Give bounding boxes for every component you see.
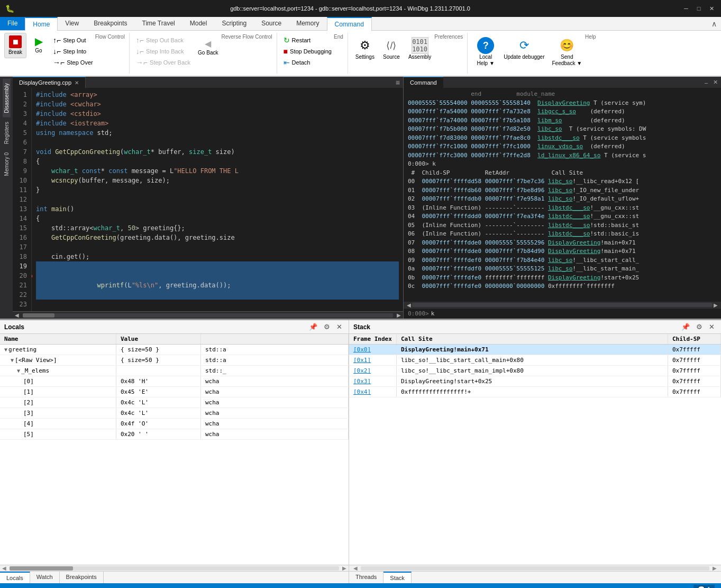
source-button[interactable]: ⟨/⟩ Source (379, 35, 404, 62)
chat-button[interactable]: 💬 1 (693, 585, 715, 589)
stack-frame-link[interactable]: [0x1] (353, 357, 371, 364)
step-into-button[interactable]: ↓⌐ Step Into (51, 46, 95, 57)
expand-icon[interactable]: ▼ (11, 357, 14, 363)
tab-breakpoints[interactable]: Breakpoints (86, 17, 134, 30)
locals-settings-button[interactable]: ⚙ (322, 322, 332, 332)
locals-tab-breakpoints[interactable]: Breakpoints (60, 572, 104, 583)
command-input[interactable] (431, 310, 717, 317)
scroll-left[interactable]: ◀ (0, 565, 8, 571)
scroll-thumb[interactable] (23, 313, 54, 318)
locals-row[interactable]: ▼[<Raw View>] { size=50 } std::a (0, 355, 349, 366)
assembly-button[interactable]: 01011010 Assembly (405, 35, 434, 62)
line-num: 2 (17, 99, 27, 109)
tab-timetravel[interactable]: Time Travel (135, 17, 182, 30)
code-line (36, 195, 399, 204)
locals-row[interactable]: ▼greeting { size=50 } std::a (0, 345, 349, 355)
step-over-button[interactable]: →⌐ Step Over (51, 57, 95, 68)
locals-row[interactable]: ▼_M_elems std::_ (0, 366, 349, 376)
stack-close-button[interactable]: ✕ (707, 322, 717, 332)
stack-frame-link[interactable]: [0x3] (353, 378, 371, 385)
local-help-button[interactable]: ? LocalHelp ▼ (472, 35, 499, 69)
stack-frame-link[interactable]: [0x2] (353, 367, 371, 374)
editor-panel-menu[interactable]: ≡ (393, 77, 403, 88)
scroll-thumb[interactable] (10, 566, 73, 571)
go-back-button[interactable]: ◀ Go Back (195, 35, 221, 58)
detach-button[interactable]: ⇤ Detach (281, 57, 313, 68)
break-button[interactable]: ⏹ Break (4, 33, 26, 58)
locals-row[interactable]: [5] 0x20 ' ' wcha (0, 429, 349, 440)
tab-source[interactable]: Source (254, 17, 289, 30)
locals-tab-locals[interactable]: Locals (0, 572, 30, 583)
scroll-track[interactable] (361, 566, 709, 571)
stack-row[interactable]: [0x0] DisplayGreeting!main+0x71 0x7fffff (349, 345, 721, 355)
sidebar-tab-registers[interactable]: Registers (3, 117, 11, 148)
expand-icon[interactable]: ▼ (4, 347, 7, 352)
maximize-button[interactable]: □ (695, 4, 703, 13)
stack-row[interactable]: [0x4] 0xffffffffffffffff!+ 0x7fffff (349, 387, 721, 397)
cmd-scroll-track[interactable] (412, 303, 713, 307)
tab-home[interactable]: Home (25, 17, 58, 31)
tab-command[interactable]: Command (327, 17, 372, 31)
cmd-line: # Child-SP RetAddr Call Site (408, 169, 717, 178)
command-horizontal-scrollbar[interactable]: ◀ ▶ (404, 302, 721, 308)
editor-tab-close[interactable]: ✕ (75, 80, 79, 86)
step-out-back-button[interactable]: ↑⌐ Step Out Back (134, 35, 193, 46)
tab-file[interactable]: File (0, 17, 25, 30)
cmd-line: 00007fff`f7a74000 00007fff`f7b5a108 libm… (408, 116, 717, 125)
feedback-button[interactable]: 😊 SendFeedback ▼ (549, 35, 586, 69)
sidebar-tab-memory[interactable]: Memory 0 (3, 148, 11, 180)
locals-tab-watch[interactable]: Watch (30, 572, 60, 583)
step-into-back-button[interactable]: ↓⌐ Step Into Back (134, 46, 193, 57)
locals-row[interactable]: [4] 0x4f 'O' wcha (0, 419, 349, 429)
stack-row[interactable]: [0x1] libc_so!__libc_start_call_main+0x8… (349, 355, 721, 366)
stack-tab-threads[interactable]: Threads (349, 572, 384, 583)
scroll-left[interactable]: ◀ (351, 565, 360, 571)
editor-horizontal-scrollbar[interactable]: ◀ ▶ (13, 311, 403, 319)
scroll-right[interactable]: ▶ (713, 302, 719, 308)
stop-debugging-button[interactable]: ■ Stop Debugging (281, 46, 334, 57)
restart-button[interactable]: ↻ Restart (281, 35, 313, 46)
tab-memory[interactable]: Memory (289, 17, 326, 30)
stack-pin-button[interactable]: 📌 (679, 322, 692, 332)
update-button[interactable]: ⟳ Update debugger (500, 35, 547, 62)
locals-horizontal-scrollbar[interactable]: ◀ ▶ (0, 565, 349, 571)
locals-row[interactable]: [0] 0x48 'H' wcha (0, 376, 349, 387)
scroll-track[interactable] (10, 566, 339, 571)
scroll-left-arrow[interactable]: ◀ (13, 312, 21, 318)
editor-tab-displaygreeting[interactable]: DisplayGreeting.cpp ✕ (13, 77, 86, 88)
scroll-left[interactable]: ◀ (406, 302, 412, 308)
stack-frame-link[interactable]: [0x0] (353, 346, 371, 353)
ribbon-expand[interactable]: ∧ (707, 17, 721, 30)
scroll-right-arrow[interactable]: ▶ (395, 312, 403, 318)
scroll-track[interactable] (23, 313, 393, 318)
expand-icon[interactable]: ▼ (17, 368, 20, 374)
stack-frame-link[interactable]: [0x4] (353, 388, 371, 395)
command-close[interactable]: ✕ (710, 79, 721, 86)
stack-row[interactable]: [0x2] libc_so!__libc_start_main_impl+0x8… (349, 366, 721, 376)
scroll-right[interactable]: ▶ (340, 565, 349, 571)
command-minimize[interactable]: – (702, 79, 710, 86)
sidebar-tab-disassembly[interactable]: Disassembly (3, 79, 11, 117)
tab-view[interactable]: View (58, 17, 86, 30)
step-out-button[interactable]: ↑⌐ Step Out (51, 35, 95, 46)
locals-row[interactable]: [3] 0x4c 'L' wcha (0, 408, 349, 419)
locals-value-cell: 0x4f 'O' (116, 419, 201, 429)
stack-settings-button[interactable]: ⚙ (694, 322, 705, 332)
settings-button[interactable]: ⚙ Settings (352, 35, 378, 62)
code-area[interactable]: #include <array> #include <cwchar> #incl… (32, 88, 403, 311)
locals-row[interactable]: [1] 0x45 'E' wcha (0, 387, 349, 397)
scroll-right[interactable]: ▶ (710, 565, 719, 571)
step-over-back-button[interactable]: →⌐ Step Over Back (134, 57, 193, 68)
close-button[interactable]: ✕ (707, 4, 716, 13)
tab-scripting[interactable]: Scripting (214, 17, 254, 30)
command-tab[interactable]: Command (404, 77, 443, 88)
stack-tab-stack[interactable]: Stack (384, 572, 412, 583)
go-button[interactable]: ▶ Go (28, 33, 50, 56)
locals-close-button[interactable]: ✕ (334, 322, 344, 332)
stack-horizontal-scrollbar[interactable]: ◀ ▶ (349, 565, 721, 571)
tab-model[interactable]: Model (182, 17, 215, 30)
locals-pin-button[interactable]: 📌 (307, 322, 320, 332)
locals-row[interactable]: [2] 0x4c 'L' wcha (0, 397, 349, 408)
stack-row[interactable]: [0x3] DisplayGreeting!start+0x25 0x7ffff… (349, 376, 721, 387)
minimize-button[interactable]: ─ (682, 4, 690, 13)
